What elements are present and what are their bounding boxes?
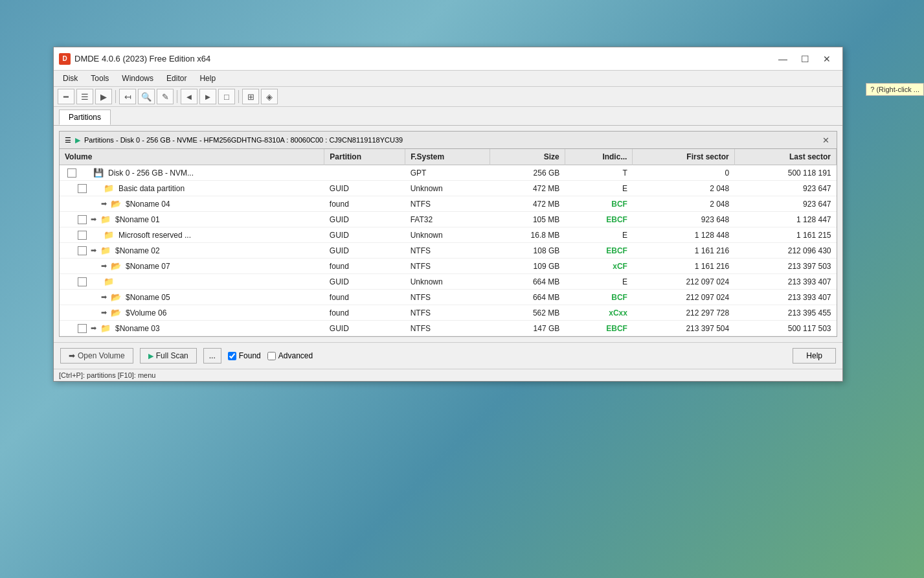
row-checkbox-5[interactable] xyxy=(78,246,87,255)
row-checkbox-3[interactable] xyxy=(78,215,87,224)
toolbar-btn-11[interactable]: ◈ xyxy=(261,89,278,104)
cell-fsystem-1: Unknown xyxy=(405,181,490,196)
menu-tools[interactable]: Tools xyxy=(84,72,115,85)
cell-indic-7: E xyxy=(565,274,633,290)
col-indic: Indic... xyxy=(565,149,633,165)
cell-size-8: 664 MB xyxy=(490,290,565,305)
menu-editor[interactable]: Editor xyxy=(160,72,193,85)
row-arrow-2: ➡ xyxy=(101,200,107,208)
cell-size-0: 256 GB xyxy=(490,165,565,181)
cell-first-sector-5: 1 161 216 xyxy=(633,243,734,259)
advanced-checkbox[interactable] xyxy=(267,352,276,360)
app-icon: D xyxy=(59,53,71,65)
table-row[interactable]: ➡📂$Noname 05foundNTFS664 MBBCF212 097 02… xyxy=(60,290,837,305)
table-row[interactable]: 📁GUIDUnknown664 MBE212 097 024213 393 40… xyxy=(60,274,837,290)
volume-name-0: Disk 0 - 256 GB - NVM... xyxy=(108,168,194,178)
advanced-checkbox-label[interactable]: Advanced xyxy=(267,351,313,360)
table-row[interactable]: ➡📁$Noname 03GUIDNTFS147 GBEBCF213 397 50… xyxy=(60,321,837,336)
table-row[interactable]: ➡📂$Volume 06foundNTFS562 MBxCxx212 297 7… xyxy=(60,305,837,321)
more-button[interactable]: ... xyxy=(203,348,221,364)
table-row[interactable]: 📁Microsoft reserved ...GUIDUnknown16.8 M… xyxy=(60,227,837,243)
row-checkbox-0[interactable] xyxy=(67,168,76,178)
row-arrow-9: ➡ xyxy=(101,308,107,317)
row-checkbox-7[interactable] xyxy=(78,277,87,286)
cell-volume-7: 📁 xyxy=(60,274,324,290)
toolbar: ━ ☰ ▶ ↤ 🔍 ✎ ◄ ► □ ⊞ ◈ xyxy=(54,87,842,107)
open-volume-button[interactable]: ➡ Open Volume xyxy=(60,348,133,364)
maximize-button[interactable]: ☐ xyxy=(794,51,815,67)
close-button[interactable]: ✕ xyxy=(817,51,837,67)
row-checkbox-1[interactable] xyxy=(78,184,87,193)
cell-indic-3: EBCF xyxy=(565,212,633,227)
minimize-button[interactable]: — xyxy=(772,51,793,67)
cell-fsystem-3: FAT32 xyxy=(405,212,490,227)
table-row[interactable]: 💾Disk 0 - 256 GB - NVM...GPT256 GBT0500 … xyxy=(60,165,837,181)
toolbar-btn-play[interactable]: ▶ xyxy=(95,89,112,104)
inner-close-button[interactable]: ✕ xyxy=(820,134,831,146)
cell-first-sector-8: 212 097 024 xyxy=(633,290,734,305)
volume-name-4: Microsoft reserved ... xyxy=(118,231,191,240)
toolbar-btn-4[interactable]: ↤ xyxy=(119,89,136,104)
help-button[interactable]: Help xyxy=(793,348,836,364)
menu-windows[interactable]: Windows xyxy=(115,72,160,85)
toolbar-btn-2[interactable]: ☰ xyxy=(76,89,93,104)
cell-volume-5: ➡📁$Noname 02 xyxy=(60,243,324,259)
cell-partition-0 xyxy=(324,165,405,181)
table-row[interactable]: ➡📂$Noname 04foundNTFS472 MBBCF2 048923 6… xyxy=(60,196,837,212)
inner-play-icon[interactable]: ▶ xyxy=(75,136,80,144)
col-fsystem: F.System xyxy=(405,149,490,165)
toolbar-btn-8[interactable]: ► xyxy=(199,89,216,104)
toolbar-btn-1[interactable]: ━ xyxy=(58,89,74,104)
toolbar-btn-10[interactable]: ⊞ xyxy=(242,89,259,104)
cell-partition-6: found xyxy=(324,259,405,274)
table-row[interactable]: 📁Basic data partitionGUIDUnknown472 MBE2… xyxy=(60,181,837,196)
cell-fsystem-10: NTFS xyxy=(405,321,490,336)
col-last-sector: Last sector xyxy=(734,149,836,165)
table-row[interactable]: ➡📂$Noname 07foundNTFS109 GBxCF1 161 2162… xyxy=(60,259,837,274)
found-checkbox[interactable] xyxy=(228,352,236,360)
row-checkbox-4[interactable] xyxy=(78,231,87,240)
tooltip-hint: ? (Right-click ... xyxy=(866,83,924,96)
main-window: D DMDE 4.0.6 (2023) Free Edition x64 — ☐… xyxy=(53,47,843,382)
tab-partitions[interactable]: Partitions xyxy=(59,110,111,125)
inner-menu-icon[interactable]: ☰ xyxy=(65,136,71,144)
toolbar-btn-6[interactable]: ✎ xyxy=(157,89,174,104)
row-arrow-5: ➡ xyxy=(91,246,96,255)
cell-last-sector-3: 1 128 447 xyxy=(734,212,836,227)
toolbar-btn-9[interactable]: □ xyxy=(218,89,235,104)
volume-name-3: $Noname 01 xyxy=(115,215,160,224)
cell-indic-8: BCF xyxy=(565,290,633,305)
toolbar-sep-1 xyxy=(115,90,116,103)
row-arrow-6: ➡ xyxy=(101,262,107,270)
cell-last-sector-10: 500 117 503 xyxy=(734,321,836,336)
cell-volume-0: 💾Disk 0 - 256 GB - NVM... xyxy=(60,165,324,181)
partition-icon-7: 📁 xyxy=(104,277,114,286)
cell-indic-4: E xyxy=(565,227,633,243)
toolbar-sep-3 xyxy=(238,90,239,103)
row-checkbox-10[interactable] xyxy=(78,324,87,333)
cell-size-2: 472 MB xyxy=(490,196,565,212)
found-checkbox-label[interactable]: Found xyxy=(228,351,261,360)
cell-last-sector-8: 213 393 407 xyxy=(734,290,836,305)
cell-first-sector-4: 1 128 448 xyxy=(633,227,734,243)
folder-icon-8: 📂 xyxy=(111,292,121,302)
menu-disk[interactable]: Disk xyxy=(56,72,84,85)
cell-size-3: 105 MB xyxy=(490,212,565,227)
partition-icon-5: 📁 xyxy=(100,246,111,255)
cell-volume-10: ➡📁$Noname 03 xyxy=(60,321,324,336)
cell-indic-1: E xyxy=(565,181,633,196)
cell-fsystem-9: NTFS xyxy=(405,305,490,321)
toolbar-btn-7[interactable]: ◄ xyxy=(181,89,197,104)
table-row[interactable]: ➡📁$Noname 01GUIDFAT32105 MBEBCF923 6481 … xyxy=(60,212,837,227)
cell-indic-5: EBCF xyxy=(565,243,633,259)
table-row[interactable]: ➡📁$Noname 02GUIDNTFS108 GBEBCF1 161 2162… xyxy=(60,243,837,259)
inner-title-bar: ☰ ▶ Partitions - Disk 0 - 256 GB - NVME … xyxy=(60,132,837,149)
toolbar-btn-5[interactable]: 🔍 xyxy=(138,89,155,104)
cell-fsystem-6: NTFS xyxy=(405,259,490,274)
menu-help[interactable]: Help xyxy=(193,72,222,85)
volume-name-9: $Volume 06 xyxy=(126,308,166,318)
cell-size-7: 664 MB xyxy=(490,274,565,290)
col-partition: Partition xyxy=(324,149,405,165)
cell-last-sector-2: 923 647 xyxy=(734,196,836,212)
full-scan-button[interactable]: ▶ Full Scan xyxy=(140,348,197,364)
